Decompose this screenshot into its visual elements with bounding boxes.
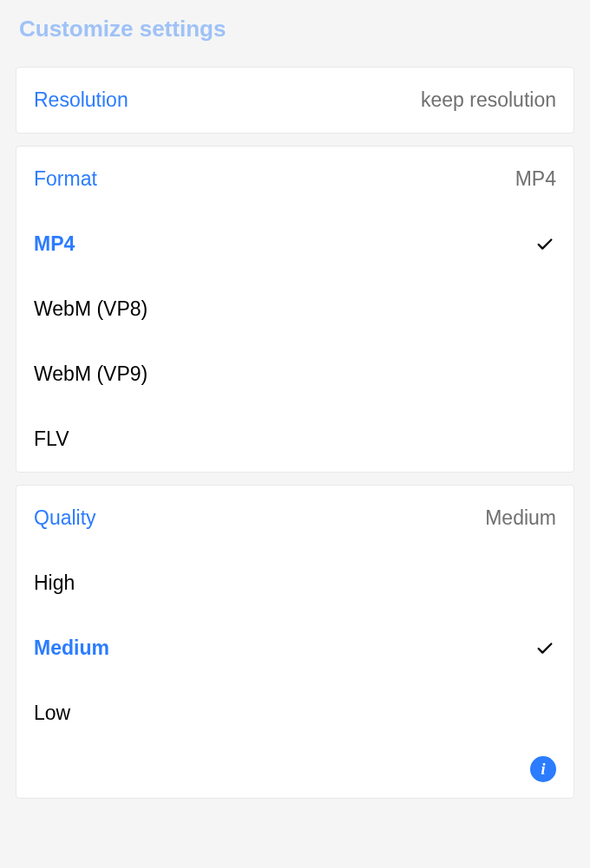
quality-option-medium[interactable]: Medium <box>16 616 574 681</box>
quality-option-label: Low <box>34 702 70 725</box>
format-card: Format MP4 MP4 WebM (VP8) WebM (VP9) FLV <box>16 146 574 473</box>
format-header[interactable]: Format MP4 <box>16 147 574 212</box>
quality-option-label: High <box>34 571 75 595</box>
format-option-mp4[interactable]: MP4 <box>16 212 574 277</box>
format-option-flv[interactable]: FLV <box>16 407 574 472</box>
check-icon <box>534 233 556 256</box>
resolution-card: Resolution keep resolution <box>16 67 574 134</box>
quality-value: Medium <box>485 506 556 530</box>
quality-option-label: Medium <box>34 636 109 660</box>
format-option-label: WebM (VP9) <box>34 362 148 386</box>
format-option-label: FLV <box>34 427 69 451</box>
format-option-label: WebM (VP8) <box>34 297 148 321</box>
quality-option-low[interactable]: Low <box>16 681 574 746</box>
format-option-webm-vp9[interactable]: WebM (VP9) <box>16 342 574 407</box>
resolution-label: Resolution <box>34 88 128 112</box>
resolution-value: keep resolution <box>421 88 556 112</box>
quality-card: Quality Medium High Medium Low i <box>16 485 574 799</box>
format-option-webm-vp8[interactable]: WebM (VP8) <box>16 277 574 342</box>
quality-header[interactable]: Quality Medium <box>16 486 574 551</box>
quality-option-high[interactable]: High <box>16 551 574 616</box>
format-value: MP4 <box>515 167 556 191</box>
resolution-row[interactable]: Resolution keep resolution <box>16 68 574 133</box>
page-title: Customize settings <box>19 16 574 42</box>
format-label: Format <box>34 167 97 191</box>
check-icon <box>534 637 556 660</box>
info-row: i <box>16 746 574 798</box>
quality-label: Quality <box>34 506 96 530</box>
info-icon[interactable]: i <box>530 756 556 782</box>
format-option-label: MP4 <box>34 232 75 256</box>
